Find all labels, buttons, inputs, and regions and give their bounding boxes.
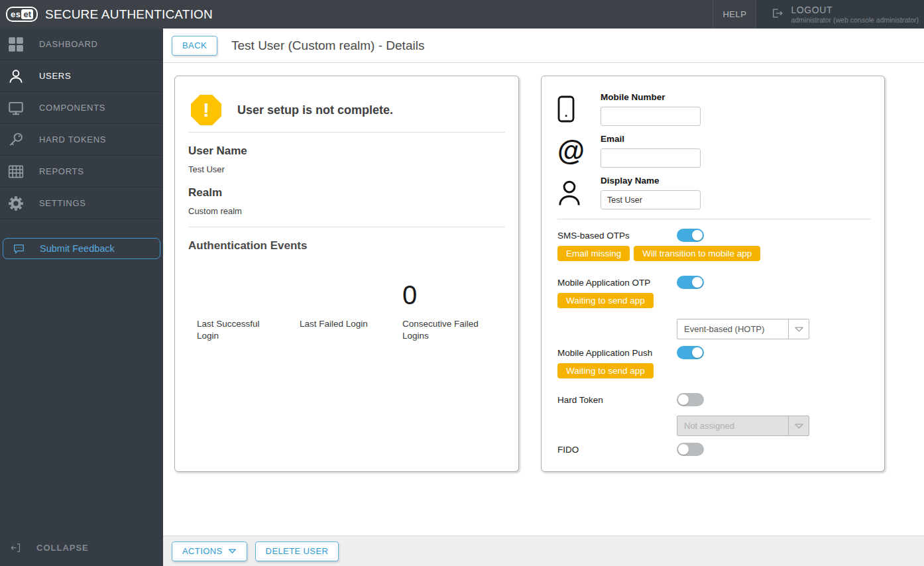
stat-last-successful-login: Last Successful Login bbox=[197, 276, 300, 342]
stat-value bbox=[300, 276, 402, 310]
mobile-number-label: Mobile Number bbox=[601, 92, 701, 102]
sidebar-item-label: SETTINGS bbox=[39, 198, 86, 208]
main-area: BACK Test User (Custom realm) - Details … bbox=[163, 28, 924, 566]
actions-button[interactable]: ACTIONS bbox=[172, 541, 247, 561]
email-row: @ Email bbox=[557, 134, 871, 168]
collapse-button[interactable]: COLLAPSE bbox=[0, 537, 163, 558]
username-label: User Name bbox=[188, 144, 505, 158]
submit-feedback-button[interactable]: Submit Feedback bbox=[3, 238, 160, 259]
sidebar-item-label: COMPONENTS bbox=[39, 103, 105, 113]
sidebar-item-dashboard[interactable]: DASHBOARD bbox=[0, 28, 163, 60]
mobile-number-input[interactable] bbox=[601, 107, 701, 126]
chevron-down-icon bbox=[788, 319, 809, 339]
mobile-number-row: Mobile Number bbox=[557, 92, 871, 126]
user-icon bbox=[7, 68, 25, 85]
display-name-input[interactable] bbox=[601, 190, 701, 209]
table-grid-icon bbox=[7, 163, 25, 180]
otp-type-select[interactable]: Event-based (HOTP) bbox=[677, 319, 809, 339]
logout-label: LOGOUT bbox=[791, 5, 919, 15]
hard-token-toggle[interactable] bbox=[677, 393, 704, 406]
mobile-app-push-row: Mobile Application Push bbox=[557, 346, 871, 359]
eset-logo-es: es bbox=[11, 9, 21, 19]
stat-value bbox=[197, 276, 300, 310]
sidebar-item-settings[interactable]: SETTINGS bbox=[0, 188, 163, 219]
sidebar-item-components[interactable]: COMPONENTS bbox=[0, 92, 163, 124]
sidebar: DASHBOARD USERS COMPONENTS HARD TOKENS bbox=[0, 28, 163, 566]
delete-user-button[interactable]: DELETE USER bbox=[255, 541, 339, 561]
sms-otp-toggle[interactable] bbox=[677, 229, 704, 242]
dashboard-grid-icon bbox=[7, 36, 25, 53]
toggle-knob bbox=[678, 394, 689, 405]
logout-icon bbox=[771, 7, 784, 23]
monitor-icon bbox=[7, 99, 25, 117]
stat-last-failed-login: Last Failed Login bbox=[300, 276, 402, 342]
stat-value: 0 bbox=[402, 276, 505, 310]
auth-events-title: Authentication Events bbox=[188, 239, 505, 253]
at-icon: @ bbox=[557, 134, 601, 168]
status-badge-waiting-app: Waiting to send app bbox=[557, 363, 654, 378]
sms-otp-label: SMS-based OTPs bbox=[557, 231, 677, 241]
collapse-icon bbox=[8, 541, 23, 554]
stat-label: Last Failed Login bbox=[300, 318, 382, 330]
logout-user: administrator (web console administrator… bbox=[791, 16, 919, 24]
app-title: SECURE AUTHENTICATION bbox=[45, 7, 213, 22]
status-badge-email-missing: Email missing bbox=[557, 246, 630, 261]
back-button[interactable]: BACK bbox=[172, 36, 217, 56]
topbar: es et SECURE AUTHENTICATION HELP LOGOUT … bbox=[0, 0, 924, 28]
eset-logo: es et bbox=[6, 7, 38, 22]
realm-label: Realm bbox=[188, 186, 505, 199]
status-badge-waiting-app: Waiting to send app bbox=[557, 293, 654, 308]
chevron-down-icon bbox=[228, 548, 237, 554]
logout-button[interactable]: LOGOUT administrator (web console admini… bbox=[756, 0, 924, 28]
hard-token-label: Hard Token bbox=[557, 395, 677, 405]
phone-icon bbox=[557, 92, 601, 126]
toggle-knob bbox=[692, 230, 703, 241]
stat-consecutive-failed-logins: 0 Consecutive Failed Logins bbox=[402, 276, 505, 342]
brand: es et SECURE AUTHENTICATION bbox=[0, 0, 213, 28]
sms-otp-row: SMS-based OTPs bbox=[557, 229, 871, 242]
hard-token-select: Not assigned bbox=[677, 416, 809, 436]
user-details-card: Mobile Number @ Email bbox=[541, 76, 885, 472]
key-icon bbox=[7, 131, 25, 148]
sidebar-item-users[interactable]: USERS bbox=[0, 60, 163, 92]
warning-text: User setup is not complete. bbox=[237, 103, 393, 117]
mobile-app-push-label: Mobile Application Push bbox=[557, 348, 677, 358]
auth-events-stats: Last Successful Login Last Failed Login … bbox=[188, 276, 505, 342]
help-label: HELP bbox=[722, 9, 746, 19]
gear-icon bbox=[7, 195, 25, 212]
fido-toggle[interactable] bbox=[677, 443, 704, 456]
username-value: Test User bbox=[188, 164, 505, 174]
speech-bubble-icon bbox=[11, 243, 26, 255]
display-name-row: Display Name bbox=[557, 176, 871, 209]
page-header: BACK Test User (Custom realm) - Details bbox=[163, 28, 924, 63]
mobile-app-push-toggle[interactable] bbox=[677, 346, 704, 359]
mobile-app-otp-toggle[interactable] bbox=[677, 276, 704, 289]
sidebar-item-hard-tokens[interactable]: HARD TOKENS bbox=[0, 124, 163, 156]
hard-token-row: Hard Token bbox=[557, 393, 871, 406]
page-title: Test User (Custom realm) - Details bbox=[231, 38, 424, 53]
toggle-knob bbox=[678, 444, 689, 455]
sidebar-item-label: USERS bbox=[39, 71, 71, 81]
divider bbox=[557, 219, 871, 219]
mobile-app-otp-row: Mobile Application OTP bbox=[557, 276, 871, 289]
fido-label: FIDO bbox=[557, 445, 677, 455]
footer-action-bar: ACTIONS DELETE USER bbox=[163, 536, 924, 566]
collapse-label: COLLAPSE bbox=[36, 543, 89, 553]
hard-token-value: Not assigned bbox=[677, 421, 788, 431]
user-summary-card: User setup is not complete. User Name Te… bbox=[174, 76, 519, 472]
content: User setup is not complete. User Name Te… bbox=[163, 64, 924, 536]
sidebar-item-reports[interactable]: REPORTS bbox=[0, 156, 163, 188]
sidebar-item-label: HARD TOKENS bbox=[39, 135, 106, 144]
toggle-knob bbox=[692, 277, 703, 288]
help-button[interactable]: HELP bbox=[713, 0, 756, 28]
stat-label: Consecutive Failed Logins bbox=[402, 318, 485, 342]
sidebar-item-label: DASHBOARD bbox=[39, 39, 98, 49]
status-badge-transition: Will transition to mobile app bbox=[634, 246, 760, 261]
chevron-down-icon bbox=[788, 416, 809, 435]
email-input[interactable] bbox=[601, 148, 701, 168]
email-label: Email bbox=[601, 134, 701, 144]
mobile-app-otp-label: Mobile Application OTP bbox=[557, 278, 677, 288]
divider bbox=[188, 227, 505, 227]
warning-icon bbox=[191, 95, 221, 125]
display-name-label: Display Name bbox=[601, 176, 701, 186]
